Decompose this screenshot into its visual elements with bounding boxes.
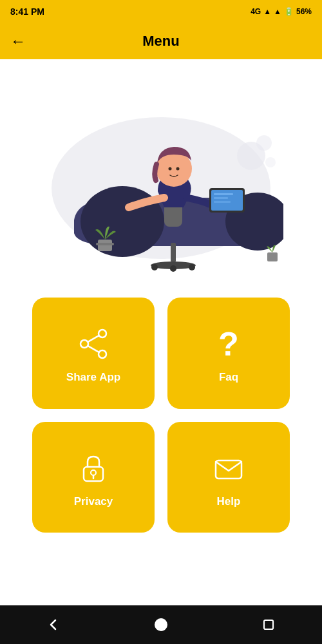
- help-button[interactable]: Help: [167, 422, 290, 533]
- help-icon: [209, 449, 248, 488]
- battery-level: 56%: [296, 7, 312, 16]
- signal-icon: ▲: [263, 7, 271, 16]
- svg-point-14: [176, 167, 180, 171]
- svg-point-32: [155, 618, 167, 631]
- svg-point-25: [99, 350, 106, 358]
- svg-rect-17: [214, 193, 233, 195]
- svg-rect-16: [211, 190, 243, 211]
- status-time: 8:41 PM: [10, 6, 44, 17]
- menu-grid: Share App ? Faq: [0, 298, 322, 533]
- svg-point-10: [189, 264, 195, 270]
- svg-point-2: [256, 135, 272, 151]
- share-icon: [74, 325, 113, 363]
- faq-button[interactable]: ? Faq: [167, 298, 290, 409]
- back-nav-button[interactable]: [41, 612, 66, 638]
- svg-rect-19: [214, 201, 231, 203]
- privacy-button[interactable]: Privacy: [32, 422, 155, 533]
- back-button[interactable]: ←: [10, 32, 26, 50]
- svg-line-27: [88, 346, 99, 353]
- svg-point-9: [170, 265, 176, 272]
- svg-rect-6: [171, 243, 176, 262]
- help-label: Help: [217, 495, 241, 508]
- svg-line-26: [88, 336, 99, 343]
- share-app-label: Share App: [66, 371, 120, 384]
- svg-point-8: [151, 264, 158, 270]
- network-indicator: 4G: [251, 7, 261, 16]
- privacy-label: Privacy: [74, 495, 113, 508]
- svg-point-3: [265, 157, 276, 167]
- share-app-button[interactable]: Share App: [32, 298, 155, 409]
- app-header: ← Menu: [0, 23, 322, 59]
- illustration-area: [0, 59, 322, 291]
- desk-illustration: [39, 72, 283, 278]
- svg-rect-22: [267, 252, 278, 261]
- svg-point-24: [80, 340, 88, 348]
- recents-nav-button[interactable]: [256, 612, 281, 638]
- faq-icon: ?: [209, 325, 248, 363]
- faq-label: Faq: [219, 371, 238, 384]
- svg-rect-18: [214, 197, 228, 199]
- main-content: Share App ? Faq: [0, 59, 322, 605]
- battery-icon: 🔋: [284, 7, 294, 16]
- status-bar: 8:41 PM 4G ▲ ▲ 🔋 56%: [0, 0, 322, 23]
- privacy-icon: [74, 449, 113, 488]
- svg-point-23: [99, 330, 106, 337]
- svg-rect-21: [96, 243, 114, 245]
- bottom-nav-bar: [0, 605, 322, 644]
- svg-rect-31: [216, 460, 242, 478]
- svg-point-13: [169, 167, 172, 171]
- status-icons: 4G ▲ ▲ 🔋 56%: [251, 7, 312, 16]
- page-title: Menu: [142, 33, 179, 50]
- wifi-icon: ▲: [274, 7, 281, 16]
- home-nav-button[interactable]: [148, 612, 174, 638]
- svg-rect-33: [264, 620, 273, 629]
